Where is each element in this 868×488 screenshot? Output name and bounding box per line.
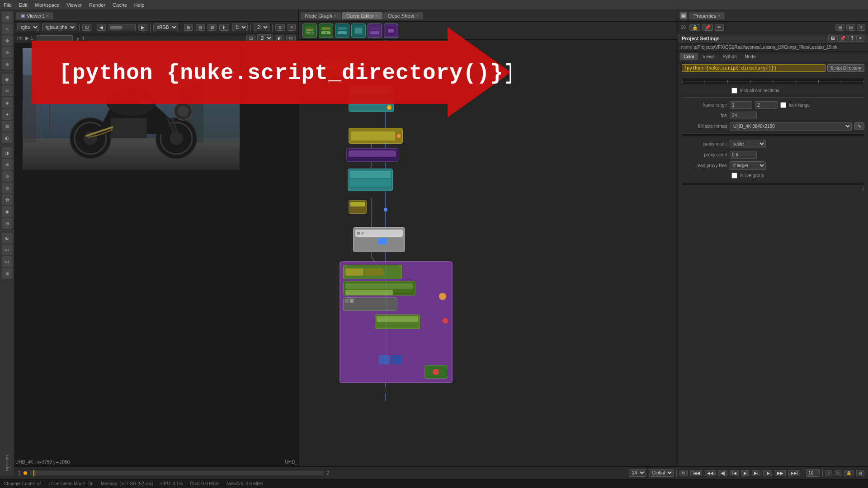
curve-editor-tab-close[interactable]: × [376,14,378,18]
live-group-checkbox[interactable] [731,173,737,178]
node-teal-2[interactable] [348,169,393,191]
exposure-up[interactable]: ▶ [138,24,147,31]
subtab-python[interactable]: Python [719,53,740,60]
roi-icon[interactable]: ⊡ [246,35,255,42]
props-detach-btn[interactable]: ⊟ [846,24,855,31]
channel2-select[interactable]: rgba.alpha [42,23,76,31]
toolbar-yin-yang-icon[interactable]: ☯ [2,233,13,244]
roi-btn[interactable]: ⊠ [208,24,217,31]
pause-btn[interactable]: ⏸ [219,24,229,31]
fps-input[interactable] [730,112,757,119]
next-frame-btn[interactable]: ▶▶ [775,470,786,476]
toolbar-fxt-icon[interactable]: fxT [2,256,13,267]
node-icon-3[interactable] [335,23,349,38]
subtab-color[interactable]: Color [680,53,698,60]
dope-sheet-tab-close[interactable]: × [416,14,419,18]
props-title-expand[interactable]: ⊞ [828,35,837,42]
node-graph-canvas[interactable]: ⊡ Viewer [299,40,678,475]
viewer-canvas[interactable]: 3840 UHD_4K : x=3750 y=-1050 UHD_ [14,43,298,465]
props-title-help[interactable]: ? [848,35,856,42]
prev-frame-btn[interactable]: ◀◀ [705,470,716,476]
props-close-all-btn[interactable]: × [857,24,865,31]
channel-select[interactable]: rgba [17,23,39,31]
step-back2-btn[interactable]: |◀ [730,470,739,476]
frame-start-input[interactable] [730,101,752,109]
node-purple-1[interactable] [346,148,398,162]
properties-main-tab[interactable]: Properties × [689,12,725,19]
frame-end-input[interactable] [755,101,778,109]
subtab-node[interactable]: Node [741,53,760,60]
play-btn[interactable]: ▶ [741,470,749,476]
props-lock-btn[interactable]: 🔒 [689,24,700,31]
toolbar-clone-icon[interactable]: ◈ [2,97,13,108]
node-yellow-1[interactable] [349,128,403,144]
menu-workspace[interactable]: Workspace [35,2,60,8]
toolbar-3d-icon[interactable]: ◆ [2,206,13,217]
toolbar-compare-icon[interactable]: ⊛ [2,159,13,170]
toolbar-grid-icon[interactable]: ⊠ [2,121,13,131]
node-gray-1[interactable] [353,227,405,252]
toolbar-wipe-icon[interactable]: ◑ [2,147,13,158]
node-icon-4[interactable] [351,23,366,38]
toolbar-backdrop-icon[interactable]: ⊚ [2,171,13,182]
node-icon-6[interactable] [384,23,398,38]
node-graph-tab-close-0[interactable]: × [334,14,336,18]
settings-btn2[interactable]: ⚙ [286,35,296,42]
viewer-mode-select[interactable]: 2D [257,34,273,42]
loop-btn[interactable]: ↻ [679,470,688,476]
range-select[interactable]: Global▼ [649,469,674,477]
viewer-settings[interactable]: ⚙ [275,24,285,31]
tab-dope-sheet[interactable]: Dope Sheet × [383,12,423,19]
toolbar-node-icon[interactable]: ✦ [2,109,13,120]
colorspace-select[interactable]: sRGB [153,23,178,31]
toolbar-tracker-icon[interactable]: ✿ [2,194,13,205]
toolbar-fx-plus-icon[interactable]: fx+ [2,244,13,255]
props-title-close[interactable]: × [856,35,864,42]
wipe-btn[interactable]: ◐ [275,35,284,42]
viewer1-tab[interactable]: ▣ Viewer1 × [16,12,53,19]
toolbar-move-icon[interactable]: ✥ [2,35,13,46]
lock-range-checkbox[interactable] [780,102,786,108]
audio-btn[interactable]: ♪ [835,470,842,476]
lock-btn[interactable]: 🔒 [844,470,854,476]
toolbar-add-icon[interactable]: ⊕ [2,268,13,279]
step-fwd-btn[interactable]: |▶ [763,470,772,476]
backdrop-purple[interactable] [340,261,453,383]
script-dir-input[interactable] [682,64,826,72]
toolbar-rotate-icon[interactable]: ⟳ [2,47,13,58]
icons-btn[interactable]: ⊞ [184,24,193,31]
exposure-down[interactable]: ◀ [97,24,106,31]
script-dir-button[interactable]: Script Directory [827,64,864,72]
menu-cache[interactable]: Cache [113,2,127,8]
toolbar-mask-icon[interactable]: ◐ [2,132,13,143]
node-icon-2[interactable] [319,23,333,38]
viewer-close-btn[interactable]: × [288,24,296,31]
expand-timeline-btn[interactable]: ⊞ [856,470,864,476]
toolbar-zoom-icon[interactable]: ⊕ [2,59,13,70]
fps-select[interactable]: 24▼ [629,469,646,477]
toolbar-merge-icon[interactable]: ⊜ [2,183,13,193]
node-icon-5[interactable] [368,23,382,38]
proxy-scale-input[interactable] [730,151,757,159]
toolbar-select-icon[interactable]: ↖ [2,23,13,34]
node-viewer[interactable]: ⊡ Viewer [321,58,358,76]
viewer-tab-close[interactable]: × [47,14,49,18]
zoom-select[interactable]: 1:1 [232,23,248,31]
node-teal-1[interactable] [349,85,394,112]
toolbar-view-icon[interactable]: ⊞ [2,12,13,23]
proxy-mode-select[interactable]: scale [730,140,766,148]
menu-edit[interactable]: Edit [19,2,28,8]
last-frame-btn[interactable]: ▶▶| [788,470,800,476]
menu-help[interactable]: Help [134,2,145,8]
step-back-btn[interactable]: ◀| [718,470,727,476]
props-pin-btn[interactable]: 📌 [702,24,713,31]
read-proxy-select[interactable]: if larger [730,161,766,170]
viewer-input-icon[interactable]: ⊡ [82,24,91,31]
node-yellow-2[interactable] [349,200,367,214]
node-icon-1[interactable] [302,23,317,38]
menu-viewer[interactable]: Viewer [67,2,82,8]
step-fwd2-btn[interactable]: ▶| [752,470,760,476]
props-pencil-btn[interactable]: ✏ [715,24,724,31]
lock-connections-checkbox[interactable] [731,88,737,94]
toolbar-color-icon[interactable]: ◉ [2,74,13,84]
